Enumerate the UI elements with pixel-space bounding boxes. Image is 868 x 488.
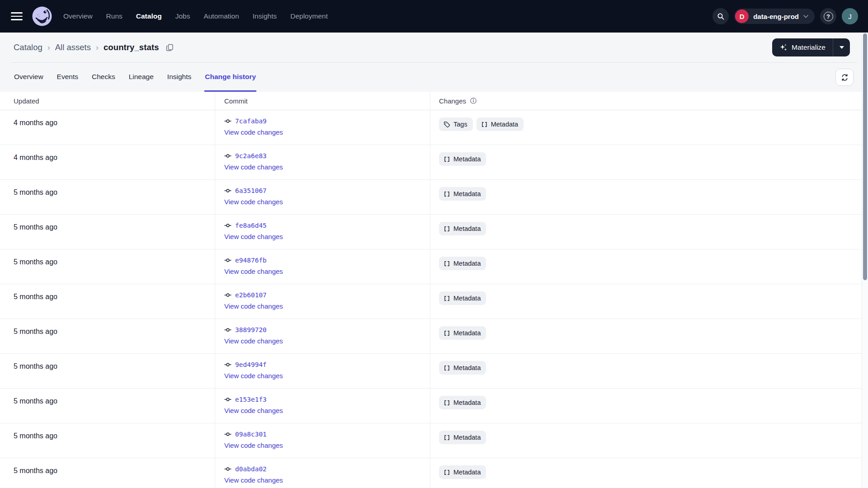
view-code-changes-link[interactable]: View code changes xyxy=(224,407,283,414)
deployment-initial-badge: D xyxy=(735,9,749,23)
commit-icon xyxy=(224,291,231,299)
top-nav: OverviewRunsCatalogJobsAutomationInsight… xyxy=(0,0,868,33)
deployment-name: data-eng-prod xyxy=(753,13,799,20)
view-code-changes-link[interactable]: View code changes xyxy=(224,128,283,136)
nav-item-runs[interactable]: Runs xyxy=(106,12,123,20)
row-updated: 5 months ago xyxy=(14,293,57,300)
commit-icon xyxy=(224,222,231,229)
nav-right-cluster: D data-eng-prod J xyxy=(712,8,858,24)
nav-item-overview[interactable]: Overview xyxy=(63,12,93,20)
brackets-icon xyxy=(443,330,450,337)
breadcrumb-separator-icon xyxy=(47,43,50,52)
table-row: 4 months ago 9c2a6e83 View code changes … xyxy=(0,145,862,180)
commit-hash-link[interactable]: fe8a6d45 xyxy=(235,222,267,229)
commit-icon xyxy=(224,431,231,438)
table-header-row: Updated Commit Changes xyxy=(0,92,862,110)
changes-cell: Metadata xyxy=(430,284,862,319)
brackets-icon xyxy=(443,260,450,267)
commit-hash-link[interactable]: 38899720 xyxy=(235,326,267,333)
change-badge: Metadata xyxy=(439,465,486,479)
materialize-split-button: Materialize xyxy=(772,38,850,56)
changes-cell: Metadata xyxy=(430,458,862,488)
brackets-icon xyxy=(443,191,450,197)
deployment-switcher[interactable]: D data-eng-prod xyxy=(734,9,815,24)
commit-hash-link[interactable]: 9c2a6e83 xyxy=(235,152,267,160)
nav-item-deployment[interactable]: Deployment xyxy=(290,12,328,20)
help-button[interactable] xyxy=(820,8,836,24)
info-icon[interactable] xyxy=(470,97,477,104)
change-badge: Tags xyxy=(439,117,473,131)
nav-item-insights[interactable]: Insights xyxy=(253,12,277,20)
scrollbar-thumb[interactable] xyxy=(863,33,867,280)
table-row: 5 months ago e153e1f3 View code changes … xyxy=(0,389,862,423)
changes-cell: Metadata xyxy=(430,354,862,388)
asset-tabs: OverviewEventsChecksLineageInsightsChang… xyxy=(14,63,256,92)
view-code-changes-link[interactable]: View code changes xyxy=(224,163,283,171)
commit-hash-link[interactable]: e94876fb xyxy=(235,257,267,264)
commit-hash-link[interactable]: 09a8c301 xyxy=(235,431,267,438)
dagster-logo[interactable] xyxy=(32,6,52,27)
refresh-icon xyxy=(841,74,849,81)
user-avatar[interactable]: J xyxy=(842,8,858,24)
table-row: 5 months ago e94876fb View code changes … xyxy=(0,249,862,284)
tab-lineage[interactable]: Lineage xyxy=(128,63,154,92)
commit-hash-link[interactable]: 9ed4994f xyxy=(235,361,267,368)
change-history-table: Updated Commit Changes 4 months ago xyxy=(0,92,862,488)
search-icon xyxy=(717,13,725,20)
scrollbar-track[interactable] xyxy=(862,33,868,488)
row-updated: 5 months ago xyxy=(14,467,57,474)
commit-hash-link[interactable]: e2b60107 xyxy=(235,291,267,299)
commit-icon xyxy=(224,465,231,473)
view-code-changes-link[interactable]: View code changes xyxy=(224,441,283,449)
refresh-button[interactable] xyxy=(835,69,854,86)
tab-overview[interactable]: Overview xyxy=(14,63,44,92)
view-code-changes-link[interactable]: View code changes xyxy=(224,302,283,310)
column-header-changes: Changes xyxy=(430,92,862,110)
view-code-changes-link[interactable]: View code changes xyxy=(224,198,283,206)
changes-cell: Metadata xyxy=(430,389,862,423)
materialize-options-button[interactable] xyxy=(833,38,850,56)
copy-icon xyxy=(166,44,174,52)
view-code-changes-link[interactable]: View code changes xyxy=(224,267,283,275)
commit-hash-link[interactable]: e153e1f3 xyxy=(235,396,267,403)
column-header-commit: Commit xyxy=(215,92,430,110)
change-badge: Metadata xyxy=(439,396,486,409)
row-updated: 4 months ago xyxy=(14,119,57,127)
view-code-changes-link[interactable]: View code changes xyxy=(224,476,283,484)
search-button[interactable] xyxy=(712,8,729,24)
row-updated: 5 months ago xyxy=(14,362,57,370)
materialize-button[interactable]: Materialize xyxy=(772,38,833,56)
copy-asset-name-button[interactable] xyxy=(166,44,174,52)
brackets-icon xyxy=(443,225,450,232)
change-badge: Metadata xyxy=(439,361,486,375)
change-badge: Metadata xyxy=(439,152,486,166)
breadcrumb-link-all-assets[interactable]: All assets xyxy=(55,42,91,52)
change-badge: Metadata xyxy=(439,187,486,201)
nav-item-automation[interactable]: Automation xyxy=(203,12,239,20)
commit-hash-link[interactable]: d0abda02 xyxy=(235,465,267,473)
view-code-changes-link[interactable]: View code changes xyxy=(224,233,283,240)
breadcrumb-link-catalog[interactable]: Catalog xyxy=(14,42,42,52)
hamburger-menu-button[interactable] xyxy=(11,12,23,20)
row-updated: 5 months ago xyxy=(14,328,57,335)
tab-checks[interactable]: Checks xyxy=(91,63,116,92)
nav-item-jobs[interactable]: Jobs xyxy=(175,12,190,20)
tab-insights[interactable]: Insights xyxy=(167,63,192,92)
nav-item-catalog[interactable]: Catalog xyxy=(136,12,162,20)
table-row: 4 months ago 7cafaba9 View code changes … xyxy=(0,110,862,145)
view-code-changes-link[interactable]: View code changes xyxy=(224,372,283,380)
change-badge: Metadata xyxy=(439,326,486,340)
changes-cell: Metadata xyxy=(430,215,862,249)
row-updated: 5 months ago xyxy=(14,397,57,405)
tab-change-history[interactable]: Change history xyxy=(204,63,256,92)
octopus-logo-icon xyxy=(32,6,52,27)
commit-hash-link[interactable]: 6a351067 xyxy=(235,187,267,194)
view-code-changes-link[interactable]: View code changes xyxy=(224,337,283,345)
changes-cell: Metadata xyxy=(430,180,862,214)
tab-events[interactable]: Events xyxy=(57,63,79,92)
changes-cell: Metadata xyxy=(430,145,862,179)
row-updated: 4 months ago xyxy=(14,154,57,161)
commit-hash-link[interactable]: 7cafaba9 xyxy=(235,117,267,125)
table-row: 5 months ago fe8a6d45 View code changes … xyxy=(0,215,862,249)
brackets-icon xyxy=(443,434,450,441)
